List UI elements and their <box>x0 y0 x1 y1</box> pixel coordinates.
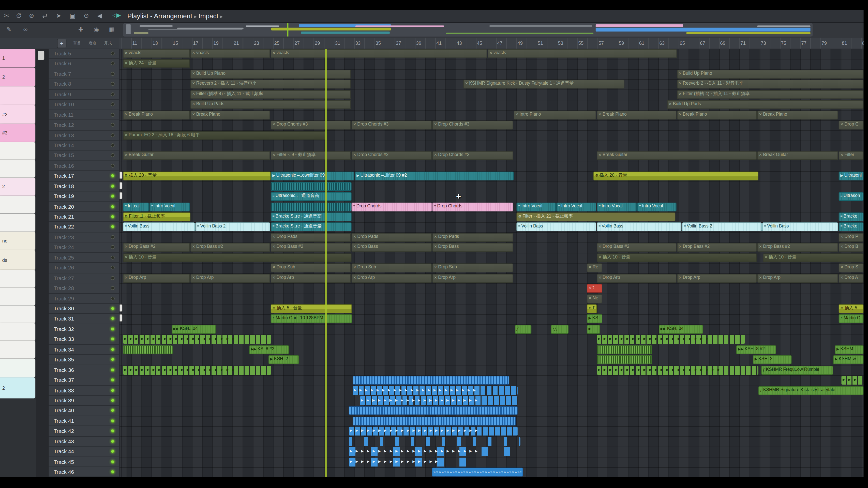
clip[interactable]: ⚙F <box>587 304 597 314</box>
clip[interactable]: ≡Ultrason <box>839 192 864 201</box>
picker-block[interactable]: ds <box>0 250 35 270</box>
track-led-muted[interactable] <box>111 296 115 300</box>
track-row[interactable]: Track 30 <box>49 304 119 314</box>
picker-block[interactable] <box>0 341 35 359</box>
clip[interactable]: ⚙插入 20 - 音量 <box>123 172 271 181</box>
picker-block[interactable] <box>0 270 35 288</box>
track-name[interactable]: Track 8 <box>54 81 71 87</box>
preview-speaker-icon[interactable]: ◀ <box>94 12 105 19</box>
clip[interactable]: ✕Drop Bass #2 <box>677 243 757 252</box>
track-led-on[interactable] <box>111 368 115 371</box>
track-row[interactable]: Track 16 <box>49 161 119 171</box>
track-name[interactable]: Track 44 <box>54 448 74 454</box>
track-name[interactable]: Track 15 <box>54 153 74 159</box>
track-name[interactable]: Track 24 <box>54 244 74 250</box>
magnify-icon[interactable]: ⊙ <box>81 12 92 19</box>
track-led-on[interactable] <box>111 205 115 208</box>
track-led-muted[interactable] <box>111 133 115 137</box>
picker-scrollbar[interactable] <box>36 49 49 477</box>
clip[interactable]: ▶▶KSH...04 <box>172 325 216 334</box>
track-led-muted[interactable] <box>111 245 115 249</box>
track-row[interactable]: Track 10 <box>49 100 119 110</box>
clip[interactable]: ƒMartin Garr..10 128BPM F <box>271 315 352 324</box>
clip[interactable]: ✕插入 10 - 音量 <box>763 253 863 262</box>
track-row[interactable]: Track 8 <box>49 79 119 90</box>
clip[interactable]: ▶ ▶ ▶ ▶ ▶ ▶ ▶ ▶ ▶ ▶ ▶ ▶ ▶ ▶ ▶ ▶ <box>349 457 471 466</box>
clip[interactable]: ✕Filter <box>839 151 864 160</box>
track-row[interactable]: Track 20 <box>49 202 119 212</box>
clip[interactable]: ✕Break Piano <box>190 110 270 120</box>
clip[interactable]: ✕KSHMR Signature Kick - Dusty Fairytale … <box>463 80 624 89</box>
track-name[interactable]: Track 30 <box>54 305 74 312</box>
clip[interactable]: ≡Voilin Bass <box>762 223 838 232</box>
track-row[interactable]: Track 13 <box>49 130 119 140</box>
clip[interactable] <box>353 376 509 385</box>
clip[interactable]: ≡Drop Chords <box>352 202 432 211</box>
clip[interactable]: ✕Intro Piano <box>514 110 596 120</box>
clip[interactable]: ✕Drop Bass #2 <box>597 243 677 252</box>
timeline-ruler[interactable]: 1113151719212325272931333537394143454749… <box>119 38 868 49</box>
track-led-on[interactable] <box>111 419 115 423</box>
track-led-on[interactable] <box>111 327 115 331</box>
track-led-on[interactable] <box>111 215 115 219</box>
clip[interactable]: ▶▶KSH..8 #2 <box>736 345 776 354</box>
track-name[interactable]: Track 28 <box>54 285 74 291</box>
track-led-on[interactable] <box>111 184 115 188</box>
track-led-on[interactable] <box>111 348 115 351</box>
clip[interactable]: ✕Break Guitar <box>597 151 757 160</box>
track-row[interactable]: Track 37 <box>49 375 119 385</box>
track-led-muted[interactable] <box>111 255 115 259</box>
track-row[interactable]: Track 40 <box>49 406 119 416</box>
track-name[interactable]: Track 41 <box>54 418 74 424</box>
clip[interactable]: ≡Ultrasonic..– 通道音高 <box>271 192 352 201</box>
track-row[interactable]: Track 38 <box>49 386 119 396</box>
clip[interactable]: ✕voacls <box>190 49 270 58</box>
clip[interactable] <box>349 437 521 446</box>
clip[interactable]: ✕Drop P <box>839 233 864 242</box>
track-name[interactable]: Track 36 <box>54 367 74 373</box>
picker-block[interactable]: 1 <box>0 49 35 68</box>
track-led-on[interactable] <box>111 398 115 402</box>
clip[interactable]: ≡Bracke S..re - 通道音高 <box>271 213 352 221</box>
track-name[interactable]: Track 39 <box>54 397 74 403</box>
clip[interactable]: ≡Voilin Bass <box>123 223 195 232</box>
track-name[interactable]: Track 32 <box>54 326 74 332</box>
track-row[interactable]: Track 6 <box>49 59 119 69</box>
track-led-on[interactable] <box>111 317 115 321</box>
track-name[interactable]: Track 46 <box>54 469 74 475</box>
clip[interactable]: ✕插入 24 - 音量 <box>123 60 190 68</box>
clip[interactable]: ✕t <box>587 284 602 293</box>
picker-block[interactable] <box>0 142 35 160</box>
clip[interactable]: ✕Drop Pads <box>352 233 432 242</box>
track-name[interactable]: Track 26 <box>54 265 74 271</box>
clip[interactable]: ✕Drop Sub <box>352 264 432 272</box>
picker-block[interactable] <box>0 87 35 105</box>
clip[interactable]: ≡Intro Vocal <box>637 202 677 211</box>
clip[interactable]: ▶Ultrasoni <box>839 172 864 181</box>
clip[interactable]: ✕Re <box>587 264 602 272</box>
track-led-on[interactable] <box>111 409 115 413</box>
clip[interactable]: ✕Drop Bass #2 <box>190 243 270 252</box>
clip[interactable]: ✕Drop Bass #2 <box>271 243 351 252</box>
clip[interactable]: ▶KSHM.. <box>835 345 863 354</box>
track-row[interactable]: Track 42 <box>49 426 119 436</box>
track-row[interactable]: Track 24 <box>49 242 119 253</box>
clip[interactable]: ✕Drop Bass #2 <box>757 243 838 252</box>
clip[interactable]: ✕Drop Pads <box>271 233 351 242</box>
clip[interactable]: ✕插入 10 - 音量 <box>123 253 351 262</box>
track-row[interactable]: Track 11 <box>49 110 119 120</box>
clip[interactable]: ✕voacls <box>488 49 677 58</box>
track-led-muted[interactable] <box>111 154 115 157</box>
track-led-muted[interactable] <box>111 123 115 127</box>
clip[interactable]: ✕Drop Arp <box>271 274 351 283</box>
track-name[interactable]: Track 10 <box>54 101 74 107</box>
track-led-on[interactable] <box>111 194 115 198</box>
grid-mode-icon[interactable]: ▦ <box>106 26 118 33</box>
arrangement-name[interactable]: Impact <box>198 12 218 20</box>
overview-strip[interactable] <box>123 23 813 36</box>
clip[interactable]: ▶Ultrasonic –..lifter 09 #2 <box>355 172 514 181</box>
clip[interactable]: ✕Reeverb 2 - 插入 11 - 湿音电平 <box>677 80 864 89</box>
track-row[interactable]: Track 21 <box>49 212 119 222</box>
track-name[interactable]: Track 38 <box>54 387 74 393</box>
clip[interactable]: ▶ ▶ ▶ ▶ ▶ ▶ ▶ ▶ ▶ ▶ ▶ ▶ ▶ ▶ ▶ ▶ ▶ ▶ ▶ ▶ … <box>353 386 518 395</box>
